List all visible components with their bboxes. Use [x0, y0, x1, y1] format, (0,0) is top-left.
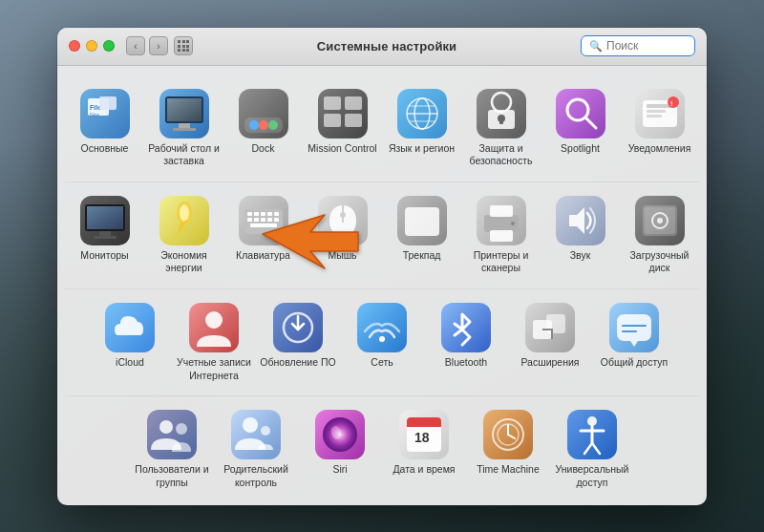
svg-rect-19	[345, 114, 362, 127]
startup-label: Загрузочный диск	[624, 249, 695, 275]
trackpad-label: Трекпад	[403, 249, 441, 263]
preference-row-1: Мониторы Экономия энергии Клавиату­ра	[65, 182, 699, 289]
sound-label: Звук	[570, 249, 591, 263]
window-title: Системные настройки	[193, 39, 581, 53]
printers-label: Принтеры и сканеры	[465, 249, 537, 275]
svg-rect-58	[261, 218, 265, 222]
pref-item-spotlight[interactable]: Spotlight	[541, 83, 620, 161]
pref-item-siri[interactable]: Siri	[298, 404, 382, 482]
svg-rect-30	[499, 118, 503, 124]
grid-view-button[interactable]	[174, 36, 193, 55]
search-box[interactable]: 🔍	[581, 35, 695, 56]
pref-item-energy[interactable]: Экономия энергии	[144, 190, 223, 281]
sharing-icon	[609, 303, 659, 352]
pref-item-update[interactable]: Обновление ПО	[256, 297, 340, 375]
pref-item-trackpad[interactable]: Трекпад	[382, 190, 461, 268]
datetime-icon: 18	[399, 410, 449, 459]
pref-item-mouse[interactable]: Мышь	[303, 190, 382, 268]
timemachine-label: Time Machine	[477, 463, 540, 477]
general-icon: File New	[80, 89, 130, 138]
notifications-icon: !	[635, 89, 685, 138]
search-icon: 🔍	[589, 40, 603, 53]
spotlight-icon	[556, 89, 605, 138]
datetime-label: Дата и время	[393, 463, 455, 477]
svg-point-91	[159, 420, 173, 434]
pref-item-timemachine[interactable]: Time Machine	[466, 404, 550, 482]
svg-rect-69	[490, 205, 513, 217]
pref-item-mission[interactable]: Mission Control	[303, 83, 382, 161]
users-icon	[147, 410, 197, 459]
accessibility-icon	[567, 410, 617, 459]
pref-item-accounts[interactable]: Учетные записи Интернета	[172, 297, 256, 388]
pref-item-language[interactable]: Язык и регион	[382, 83, 461, 161]
svg-rect-45	[94, 236, 117, 239]
svg-text:New: New	[90, 112, 99, 117]
maximize-button[interactable]	[103, 40, 115, 52]
pref-item-dock[interactable]: Dock	[223, 83, 303, 161]
notifications-label: Уведомления	[628, 142, 691, 156]
bluetooth-icon	[441, 303, 491, 352]
dock-label: Dock	[252, 142, 275, 156]
desktop-icon	[159, 89, 209, 138]
pref-item-accessibility[interactable]: Универсальный доступ	[550, 404, 634, 495]
svg-point-39	[668, 96, 679, 108]
pref-item-network[interactable]: Сеть	[340, 297, 424, 375]
pref-item-icloud[interactable]: iCloud	[88, 297, 172, 375]
search-input[interactable]	[606, 39, 683, 53]
energy-icon	[159, 196, 209, 245]
pref-item-general[interactable]: File New Основные	[65, 83, 144, 161]
svg-rect-57	[254, 218, 259, 222]
minimize-button[interactable]	[86, 40, 97, 52]
pref-item-security[interactable]: Защита и безопасность	[461, 83, 541, 174]
preference-row-0: File New Основные Рабочий стол и заставк…	[65, 75, 699, 182]
svg-rect-93	[231, 410, 281, 459]
svg-rect-59	[267, 218, 272, 222]
icloud-icon	[105, 303, 155, 352]
pref-item-extensions[interactable]: Расширения	[508, 297, 592, 375]
pref-item-startup[interactable]: Загрузочный диск	[620, 190, 699, 281]
security-icon	[477, 89, 526, 138]
pref-item-datetime[interactable]: 18 Дата и время	[382, 404, 466, 482]
back-button[interactable]: ‹	[126, 36, 145, 55]
pref-item-keyboard[interactable]: Клавиату­ра	[223, 190, 303, 268]
title-bar: ‹ › Системные настройки 🔍	[57, 28, 707, 66]
keyboard-icon	[239, 196, 288, 245]
pref-item-bluetooth[interactable]: Bluetooth	[424, 297, 508, 375]
svg-rect-83	[357, 303, 407, 352]
mouse-icon	[318, 196, 368, 245]
pref-item-printers[interactable]: Принтеры и сканеры	[461, 190, 541, 281]
pref-item-users[interactable]: Пользователи и группы	[130, 404, 214, 495]
svg-rect-17	[345, 96, 362, 110]
svg-point-14	[268, 120, 278, 130]
svg-text:18: 18	[414, 430, 430, 445]
forward-button[interactable]: ›	[149, 36, 168, 55]
svg-rect-15	[318, 89, 368, 138]
svg-text:!: !	[670, 100, 672, 107]
svg-rect-16	[324, 96, 341, 110]
nav-buttons: ‹ ›	[126, 36, 168, 55]
svg-rect-7	[167, 98, 202, 121]
dock-icon	[239, 89, 288, 138]
svg-rect-8	[179, 123, 190, 128]
svg-rect-53	[261, 212, 265, 216]
svg-rect-56	[247, 218, 252, 222]
network-icon	[357, 303, 407, 352]
traffic-lights	[69, 40, 115, 52]
close-button[interactable]	[69, 40, 80, 52]
svg-rect-43	[87, 206, 123, 229]
pref-item-sound[interactable]: Звук	[541, 190, 620, 268]
svg-point-92	[176, 423, 187, 435]
pref-item-parental[interactable]: Родительский контроль	[214, 404, 298, 495]
svg-rect-61	[250, 223, 277, 227]
pref-item-notifications[interactable]: ! Уведомления	[620, 83, 699, 161]
svg-rect-4	[99, 96, 117, 110]
svg-rect-9	[173, 128, 196, 131]
svg-rect-90	[147, 410, 197, 459]
svg-rect-51	[247, 212, 252, 216]
svg-rect-60	[274, 218, 279, 222]
pref-item-display[interactable]: Мониторы	[65, 190, 144, 268]
svg-rect-38	[647, 115, 662, 117]
pref-item-sharing[interactable]: Общий доступ	[592, 297, 676, 375]
pref-item-desktop[interactable]: Рабочий стол и заставка	[144, 83, 223, 174]
svg-point-95	[261, 426, 270, 436]
